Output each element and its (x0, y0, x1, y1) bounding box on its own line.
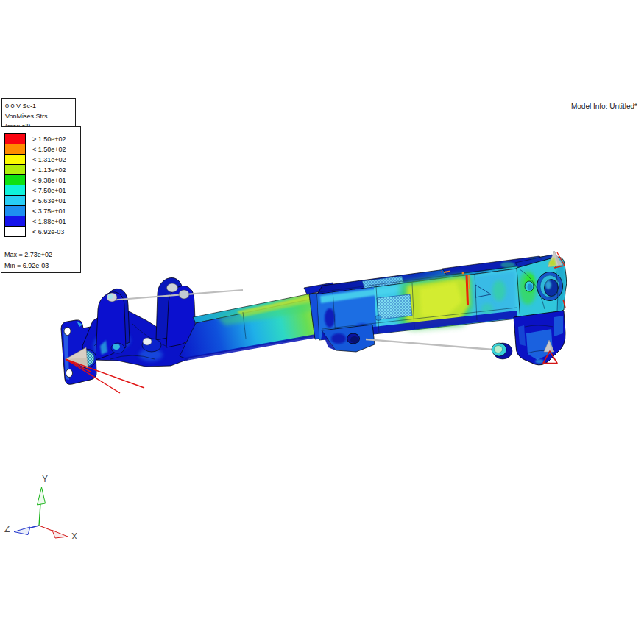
legend-swatch (4, 154, 26, 165)
legend-entry-label: < 1.13e+02 (32, 166, 66, 174)
legend-min-label: Min = 6.92e-03 (4, 262, 49, 269)
plate-hole (66, 369, 73, 378)
legend-entry-label: < 1.31e+02 (32, 156, 66, 163)
legend-swatch (4, 133, 26, 144)
legend-entry-label: < 6.92e-03 (32, 228, 64, 236)
legend-entry: < 7.50e+01 (4, 185, 66, 196)
legend-entry: < 1.50e+02 (4, 144, 66, 155)
boom-model (61, 251, 567, 393)
y-axis-arrowhead-icon (38, 487, 46, 505)
legend-swatch (4, 195, 26, 206)
legend-entry: < 5.63e+01 (4, 196, 66, 206)
legend-entry-label: < 1.88e+01 (32, 218, 66, 225)
x-axis-arrowhead-icon (52, 531, 68, 539)
x-axis-label: X (71, 531, 77, 542)
legend-swatch (4, 205, 26, 216)
z-axis-label: Z (4, 524, 10, 534)
inner-boom-section (180, 293, 316, 361)
legend-entry: < 9.38e+01 (4, 175, 66, 185)
legend-entries: > 1.50e+02< 1.50e+02< 1.31e+02< 1.13e+02… (4, 134, 66, 237)
legend-swatch (4, 164, 26, 175)
legend-entry: < 3.75e+01 (4, 206, 66, 216)
legend-swatch (4, 216, 26, 227)
legend-swatch (4, 144, 26, 155)
legend-entry: < 1.31e+02 (4, 155, 66, 165)
orientation-triad: Y Z X (4, 474, 77, 542)
legend-title-line1: 0 0 V Sc-1 (5, 101, 72, 111)
legend-entry-label: < 1.50e+02 (32, 146, 66, 153)
z-axis-arrowhead-icon (14, 527, 30, 535)
legend-entry-label: < 5.63e+01 (32, 197, 66, 205)
legend-entry-label: < 7.50e+01 (32, 187, 66, 194)
legend-swatch (4, 185, 26, 196)
legend-entry-label: > 1.50e+02 (32, 135, 66, 143)
model-info-label: Model Info: Untitled* (571, 102, 637, 110)
connector-line-lower (366, 339, 493, 350)
legend-entry: < 1.88e+01 (4, 216, 66, 227)
legend-entry: < 1.13e+02 (4, 165, 66, 175)
legend-entry: > 1.50e+02 (4, 134, 66, 144)
legend-entry: < 6.92e-03 (4, 227, 66, 237)
stress-legend: > 1.50e+02< 1.50e+02< 1.31e+02< 1.13e+02… (1, 126, 81, 273)
plate-hole (64, 328, 71, 336)
legend-swatch (4, 174, 26, 185)
y-axis-label: Y (42, 474, 48, 484)
graphics-area[interactable]: Y Z X Model Info: Untitled* 0 0 V Sc-1 V… (0, 0, 644, 644)
legend-max-label: Max = 2.73e+02 (4, 251, 52, 258)
legend-entry-label: < 9.38e+01 (32, 177, 66, 184)
model-viewport[interactable]: Y Z X (0, 0, 644, 644)
legend-entry-label: < 3.75e+01 (32, 208, 66, 215)
legend-swatch (4, 226, 26, 237)
